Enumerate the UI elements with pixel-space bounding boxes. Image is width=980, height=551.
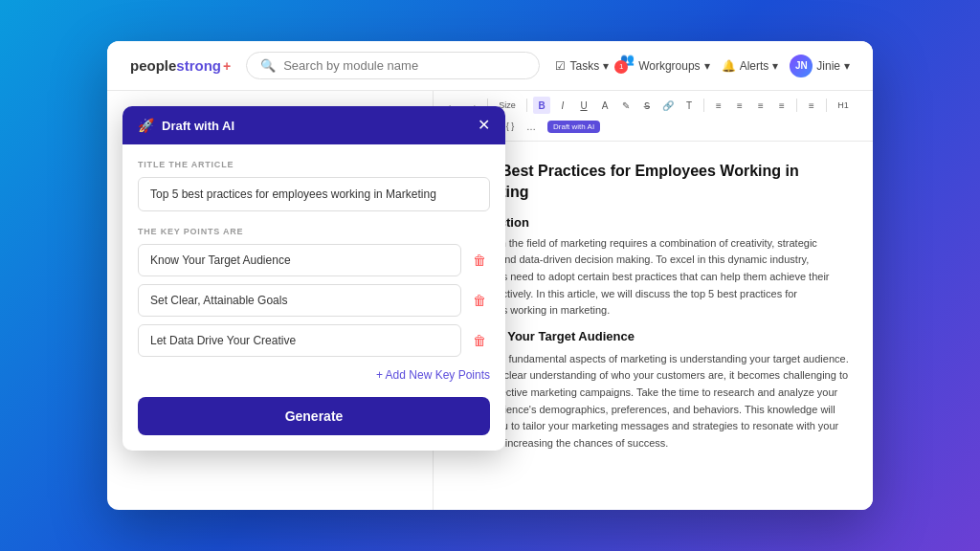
key-point-row: 🗑 — [138, 284, 490, 317]
align-left-button[interactable]: ≡ — [710, 97, 727, 114]
modal-close-button[interactable]: ✕ — [478, 118, 490, 133]
user-chevron: ▾ — [844, 59, 850, 73]
search-bar[interactable]: 🔍 — [246, 52, 540, 79]
italic-button[interactable]: I — [554, 97, 571, 114]
doc-intro-paragraph: Working in the field of marketing requir… — [457, 235, 850, 320]
logo-text: peoplestrong — [130, 57, 221, 74]
draft-modal: 🚀 Draft with AI ✕ TITLE THE ARTICLE THE … — [122, 106, 505, 451]
title-label: TITLE THE ARTICLE — [138, 160, 490, 169]
logo-plus: + — [223, 58, 231, 74]
text-color-button[interactable]: A — [596, 97, 613, 114]
toolbar-separator — [703, 99, 704, 112]
delete-key-point-2-button[interactable]: 🗑 — [469, 289, 490, 312]
nav-actions: ☑ Tasks ▾ 👥 1 Workgroups ▾ 🔔 Alerts ▾ JN… — [555, 53, 850, 79]
highlight-button[interactable]: ✎ — [617, 97, 635, 114]
delete-key-point-3-button[interactable]: 🗑 — [469, 329, 490, 352]
workgroups-chevron: ▾ — [704, 59, 710, 73]
search-input[interactable] — [283, 58, 525, 73]
key-point-input-3[interactable] — [138, 324, 461, 357]
modal-header: 🚀 Draft with AI ✕ — [122, 106, 505, 144]
workgroups-button[interactable]: 👥 1 Workgroups ▾ — [620, 53, 709, 79]
tasks-chevron: ▾ — [603, 59, 609, 73]
link-button[interactable]: 🔗 — [659, 97, 677, 114]
strikethrough-button[interactable]: S̶ — [638, 97, 656, 114]
modal-title-text: Draft with AI — [162, 119, 234, 133]
key-point-input-2[interactable] — [138, 284, 461, 317]
align-right-button[interactable]: ≡ — [752, 97, 769, 114]
logo-highlight: strong — [176, 57, 221, 74]
text-style-button[interactable]: T — [680, 97, 698, 114]
bold-button[interactable]: B — [533, 97, 550, 114]
toolbar-separator — [826, 99, 827, 112]
workgroups-badge: 1 — [614, 60, 628, 74]
modal-body: TITLE THE ARTICLE THE KEY POINTS ARE 🗑 🗑 — [122, 144, 505, 451]
key-point-input-1[interactable] — [138, 244, 461, 276]
search-icon: 🔍 — [260, 58, 276, 73]
delete-key-point-1-button[interactable]: 🗑 — [469, 249, 490, 272]
workgroups-label: Workgroups — [638, 59, 700, 73]
doc-section1-heading: 1. Know Your Target Audience — [457, 329, 850, 343]
logo: peoplestrong + — [130, 57, 231, 74]
alerts-label: Alerts — [740, 59, 769, 73]
alerts-chevron: ▾ — [772, 59, 778, 73]
ai-sparkle-icon: 🚀 — [138, 118, 154, 133]
align-justify-button[interactable]: ≡ — [773, 97, 791, 114]
modal-title: 🚀 Draft with AI — [138, 118, 234, 133]
key-point-row: 🗑 — [138, 244, 490, 276]
user-name: Jinie — [816, 59, 840, 73]
h1-button[interactable]: H1 — [833, 97, 854, 114]
underline-button[interactable]: U — [575, 97, 592, 114]
tasks-button[interactable]: ☑ Tasks ▾ — [555, 59, 609, 73]
align-center-button[interactable]: ≡ — [731, 97, 748, 114]
toolbar-separator — [526, 99, 527, 112]
more-button[interactable]: … — [523, 118, 540, 135]
key-points-label: THE KEY POINTS ARE — [138, 227, 490, 236]
main-window: peoplestrong + 🔍 ☑ Tasks ▾ 👥 1 Workgroup… — [107, 41, 873, 510]
toolbar-separator — [796, 99, 797, 112]
article-title-input[interactable] — [138, 177, 490, 211]
nav-bar: peoplestrong + 🔍 ☑ Tasks ▾ 👥 1 Workgroup… — [107, 41, 873, 91]
doc-section1-paragraph: One of the fundamental aspects of market… — [457, 351, 850, 452]
avatar: JN — [790, 55, 813, 77]
user-menu[interactable]: JN Jinie ▾ — [790, 55, 850, 77]
bullets-button[interactable]: ≡ — [803, 97, 820, 114]
key-points-list: 🗑 🗑 🗑 — [138, 244, 490, 357]
alerts-button[interactable]: 🔔 Alerts ▾ — [722, 59, 779, 73]
doc-title: Top 5 Best Practices for Employees Worki… — [457, 161, 850, 204]
generate-button[interactable]: Generate — [138, 397, 490, 435]
tasks-label: Tasks — [569, 59, 599, 73]
add-key-point-button[interactable]: + Add New Key Points — [138, 368, 490, 382]
key-point-row: 🗑 — [138, 324, 490, 357]
doc-intro-title: Introduction — [457, 215, 850, 230]
content-area: 🚀 Draft with AI ✕ TITLE THE ARTICLE THE … — [107, 91, 873, 510]
add-key-point-label: + Add New Key Points — [376, 368, 490, 382]
draft-ai-badge: Draft with AI — [547, 121, 600, 133]
